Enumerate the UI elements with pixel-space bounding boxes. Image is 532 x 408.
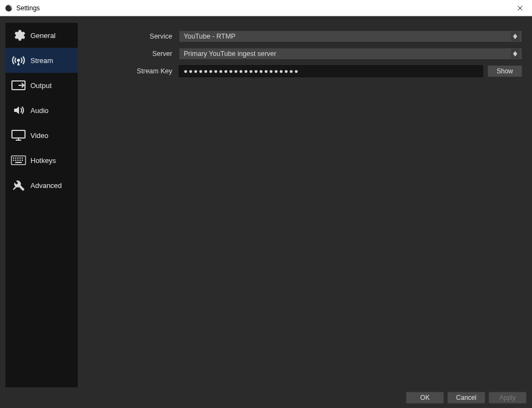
speaker-icon [11, 103, 26, 118]
sidebar-item-label: Hotkeys [30, 156, 56, 165]
service-row: Service YouTube - RTMP [87, 30, 522, 42]
keyboard-icon [11, 153, 26, 168]
server-combo[interactable]: Primary YouTube ingest server [179, 48, 522, 60]
sidebar-item-output[interactable]: Output [5, 73, 78, 98]
show-streamkey-button[interactable]: Show [487, 65, 522, 77]
svg-point-1 [17, 59, 20, 61]
obs-app-icon [4, 4, 13, 12]
streamkey-row: Stream Key ●●●●●●●●●●●●●●●●●●●●●●● Show [87, 65, 522, 77]
sidebar-item-video[interactable]: Video [5, 123, 78, 148]
server-combo-value: Primary YouTube ingest server [184, 50, 511, 58]
content-row: General Stream [0, 16, 532, 387]
window-title: Settings [16, 4, 508, 12]
sidebar-item-label: Stream [30, 57, 53, 65]
sidebar-item-label: General [30, 32, 55, 40]
server-row: Server Primary YouTube ingest server [87, 48, 522, 60]
streamkey-masked-value: ●●●●●●●●●●●●●●●●●●●●●●● [184, 67, 299, 75]
svg-point-14 [22, 160, 23, 161]
cancel-button-label: Cancel [456, 394, 476, 401]
svg-point-10 [14, 160, 14, 161]
stream-settings-panel: Service YouTube - RTMP Server Primary Yo… [78, 23, 532, 387]
service-combo[interactable]: YouTube - RTMP [179, 30, 522, 42]
service-combo-value: YouTube - RTMP [184, 33, 511, 40]
streamkey-input[interactable]: ●●●●●●●●●●●●●●●●●●●●●●● [179, 65, 483, 77]
combo-spinner-icon [511, 32, 520, 41]
close-button[interactable] [508, 0, 532, 16]
ok-button-label: OK [420, 394, 429, 401]
ok-button[interactable]: OK [406, 392, 444, 404]
titlebar: Settings [0, 0, 532, 16]
svg-point-11 [16, 160, 16, 161]
sidebar-item-stream[interactable]: Stream [5, 48, 78, 73]
sidebar-item-label: Audio [30, 106, 48, 115]
apply-button-label: Apply [499, 394, 516, 401]
server-label: Server [87, 50, 174, 58]
svg-point-8 [20, 158, 21, 159]
streamkey-label: Stream Key [87, 67, 174, 75]
svg-point-6 [16, 158, 16, 159]
monitor-icon [11, 128, 26, 143]
sidebar-item-label: Output [30, 81, 52, 90]
svg-point-12 [18, 160, 18, 161]
tools-icon [11, 178, 26, 193]
service-label: Service [87, 33, 174, 40]
sidebar-item-audio[interactable]: Audio [5, 98, 78, 123]
apply-button[interactable]: Apply [489, 392, 527, 404]
sidebar-item-label: Advanced [30, 181, 62, 190]
svg-point-0 [5, 4, 12, 11]
output-icon [11, 78, 26, 93]
svg-point-5 [14, 158, 14, 159]
antenna-icon [11, 53, 26, 68]
sidebar-item-advanced[interactable]: Advanced [5, 173, 78, 198]
sidebar-item-general[interactable]: General [5, 23, 78, 48]
sidebar-item-hotkeys[interactable]: Hotkeys [5, 148, 78, 173]
svg-point-13 [20, 160, 21, 161]
settings-body: General Stream [0, 16, 532, 408]
svg-rect-15 [15, 162, 22, 163]
show-button-label: Show [497, 67, 513, 75]
svg-point-7 [18, 158, 18, 159]
svg-point-9 [22, 158, 23, 159]
svg-rect-3 [12, 130, 25, 138]
cancel-button[interactable]: Cancel [447, 392, 485, 404]
gear-icon [11, 28, 26, 43]
dialog-footer: OK Cancel Apply [0, 387, 532, 408]
sidebar-item-label: Video [30, 131, 48, 140]
combo-spinner-icon [511, 49, 520, 59]
sidebar: General Stream [5, 23, 78, 387]
